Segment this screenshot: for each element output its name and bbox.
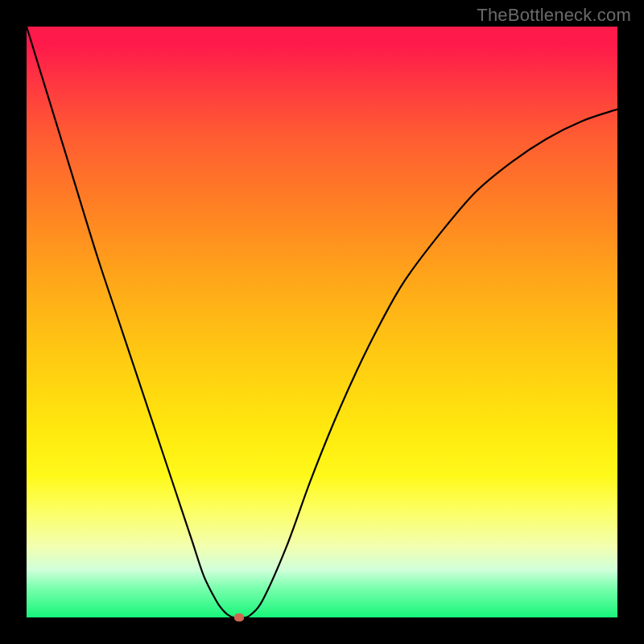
plot-area: [27, 27, 617, 617]
bottleneck-curve: [27, 27, 617, 617]
chart-frame: TheBottleneck.com: [0, 0, 644, 644]
optimal-point-marker: [234, 613, 244, 621]
watermark-text: TheBottleneck.com: [477, 5, 631, 26]
curve-svg: [27, 27, 617, 617]
